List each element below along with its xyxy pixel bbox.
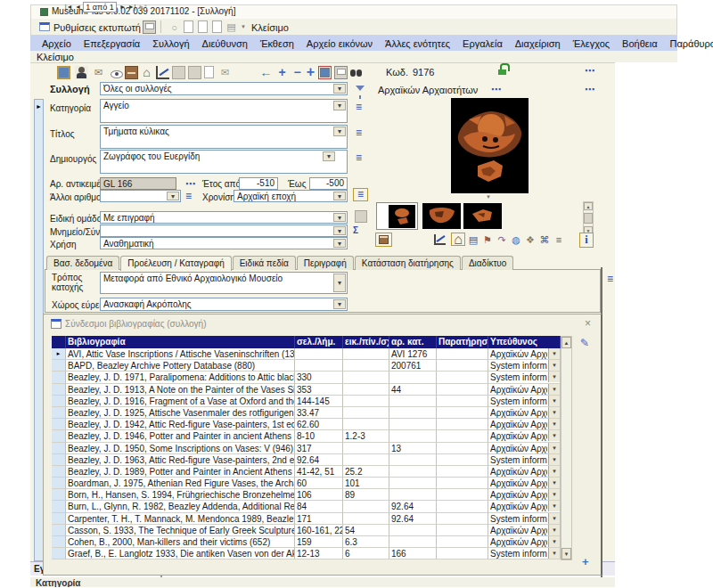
menu-item-3[interactable]: Διεύθυνση (196, 38, 254, 49)
thumbnail-3[interactable] (463, 203, 502, 229)
column-header-3[interactable]: αρ. κατ. (389, 336, 437, 348)
table-row[interactable]: Beazley, J. D. 1950, Some Inscriptions o… (52, 443, 561, 454)
dating-select[interactable]: Αρχαϊκή εποχή▾ (234, 190, 348, 202)
menu-item-0[interactable]: Αρχείο (36, 38, 78, 49)
chart-icon[interactable] (156, 66, 169, 79)
responsible-dropdown[interactable]: ▾ (548, 478, 560, 488)
title-field[interactable]: Τμήματα κύλικας▾ (100, 125, 348, 149)
chevron-down-icon[interactable]: ▾ (333, 213, 346, 222)
other-numbers-list-icon[interactable]: ≡ (185, 192, 192, 201)
curve-arrow-icon[interactable]: ↷ (496, 233, 508, 246)
responsible-dropdown[interactable]: ▾ (548, 372, 560, 382)
record-position[interactable]: 1 από 1 (83, 2, 117, 12)
back-arrow-icon[interactable]: ← (259, 66, 273, 79)
table-row[interactable]: Graef, B., E. Langlotz 1933, Die antiken… (52, 548, 561, 559)
menu-item-5[interactable]: Αρχείο εικόνων (300, 38, 379, 49)
creator-list-icon[interactable]: ≡ (356, 153, 362, 163)
owner-ellipsis-button[interactable]: ⋯ (491, 85, 502, 94)
unlock-icon[interactable] (497, 63, 508, 75)
responsible-dropdown[interactable]: ▾ (548, 536, 560, 547)
chart-icon[interactable] (434, 234, 446, 245)
catalog-icon[interactable] (125, 66, 138, 79)
scrollbar-thumb[interactable] (584, 213, 593, 224)
table-row[interactable]: Boardman, J. 1975, Athenian Red Figure V… (52, 478, 561, 489)
column-header-4[interactable]: Παρατήρηση(βιβλ (437, 336, 488, 348)
cards-icon[interactable]: ▤ (467, 233, 479, 246)
tab-5[interactable]: Διαδίκτυο (462, 256, 513, 270)
home-icon[interactable]: ⌂ (451, 233, 465, 246)
row-selector[interactable] (52, 360, 66, 372)
responsible-dropdown[interactable]: ▾ (548, 548, 560, 559)
record-view-icon[interactable] (318, 66, 332, 79)
first-record-button[interactable]: |◄ (64, 2, 73, 12)
table-row[interactable]: Beazley, J. D. 1916, Fragment of a Vase … (52, 396, 561, 407)
year-from-input[interactable]: -510 (239, 177, 278, 190)
flowchart-icon[interactable]: ⌘ (538, 233, 551, 246)
menu-item-1[interactable]: Επεξεργασία (78, 38, 146, 49)
ellipsis-button[interactable]: ⋯ (585, 66, 595, 75)
last-record-button[interactable]: ►| (127, 2, 136, 12)
stamp-icon[interactable] (355, 210, 367, 223)
menu-item-4[interactable]: Έκθεση (254, 38, 300, 49)
category-field[interactable]: Αγγείο▾ (100, 99, 348, 123)
globe-icon[interactable]: ◍ (510, 233, 522, 246)
chevron-down-icon[interactable]: ▾ (323, 151, 335, 161)
print-icon[interactable] (334, 66, 348, 79)
use-select[interactable]: Αναθηματική▾ (100, 237, 348, 249)
chevron-down-icon[interactable]: ▾ (333, 239, 346, 248)
printer-settings-button[interactable]: Ρυθμίσεις εκτυπωτή (53, 22, 141, 33)
pencil-icon[interactable]: ✎ (580, 337, 589, 349)
table-scrollbar[interactable]: ▲ ▼ (561, 336, 572, 560)
responsible-dropdown[interactable]: ▾ (548, 360, 560, 371)
chevron-down-icon[interactable]: ▾ (333, 101, 346, 110)
remove-record-icon[interactable]: − (291, 66, 304, 79)
menu-item-7[interactable]: Εργαλεία (456, 38, 509, 49)
tab-3[interactable]: Περιγραφή (297, 256, 354, 270)
scroll-up-icon[interactable]: ▲ (561, 337, 571, 348)
column-header-0[interactable]: Βιβλιογραφία (66, 336, 295, 348)
filter-icon[interactable] (356, 86, 365, 91)
menu-item-10[interactable]: Βοήθεια (616, 38, 663, 49)
table-row[interactable]: Beazley, J. D. 1946, Potter and Painter … (52, 430, 561, 442)
find-place-select[interactable]: Ανασκαφή Ακρόπολης▾ (100, 298, 348, 311)
table-row[interactable]: Burn, L., Glynn, R. 1982, Beazley Addend… (52, 501, 561, 512)
info-icon[interactable]: i (579, 233, 594, 248)
list-icon[interactable]: ≡ (553, 233, 565, 246)
binoculars-icon[interactable] (349, 66, 363, 79)
chevron-down-icon[interactable]: ▾ (333, 192, 346, 200)
thumbnail-scrollbar[interactable]: ▲ ▼ (583, 201, 594, 235)
chevron-down-icon[interactable]: ▾ (167, 192, 179, 200)
chevron-down-icon[interactable]: ▾ (333, 84, 346, 94)
eye-icon[interactable] (110, 68, 123, 81)
category-list-icon[interactable]: ≡ (356, 102, 362, 112)
next-record-button[interactable]: ► (119, 2, 127, 12)
row-selector[interactable] (52, 525, 66, 536)
object-no-ellipsis-button[interactable]: ⋯ (185, 179, 196, 188)
table-row[interactable]: Cohen, B., 2000, Man-killers and their v… (52, 536, 561, 548)
tab-2[interactable]: Ειδικά πεδία (233, 256, 296, 270)
responsible-dropdown[interactable]: ▾ (548, 501, 560, 511)
row-selector[interactable] (52, 536, 66, 548)
year-to-input[interactable]: -500 (309, 177, 348, 190)
window-icon[interactable] (39, 22, 50, 31)
row-selector[interactable] (52, 489, 66, 501)
send-mail-icon[interactable]: ✉ (92, 66, 105, 79)
row-selector[interactable] (52, 501, 66, 512)
column-header-2[interactable]: εικ./πίν./σχ. (343, 336, 389, 348)
row-selector[interactable] (52, 430, 66, 442)
menu-item-6[interactable]: Άλλες ενότητες (379, 38, 456, 49)
menu-item-11[interactable]: Παράθυρο (664, 38, 713, 49)
table-row[interactable]: Beazley, J. D. 1971, Paralipomena: Addit… (52, 372, 561, 383)
scroll-up-icon[interactable]: ▲ (584, 202, 593, 210)
ellipsis-button[interactable]: ⋯ (585, 85, 595, 94)
creator-field[interactable]: Ζωγράφος του Ευεργίδη▾ (100, 150, 348, 174)
chevron-down-icon[interactable]: ▾ (333, 274, 346, 292)
row-selector[interactable] (52, 372, 66, 383)
responsible-dropdown[interactable]: ▾ (548, 525, 560, 535)
table-row[interactable]: Carpenter, T. H., T. Mannack, M. Mendonc… (52, 513, 561, 525)
table-row[interactable]: Beazley, J. D. 1942, Attic Red-figure Va… (52, 419, 561, 430)
row-selector[interactable] (52, 407, 66, 419)
other-numbers-select[interactable]: ▾ (100, 190, 181, 202)
responsible-dropdown[interactable]: ▾ (548, 384, 560, 395)
add-row-icon[interactable]: + (582, 555, 589, 568)
